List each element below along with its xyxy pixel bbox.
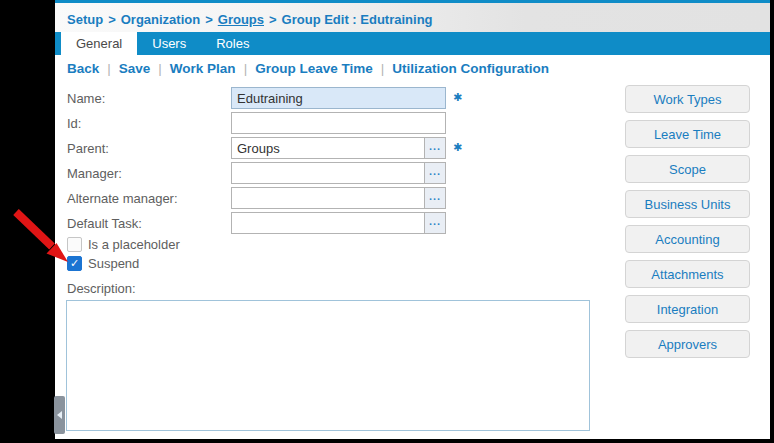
alternate-manager-label: Alternate manager: — [67, 191, 178, 206]
manager-label: Manager: — [67, 166, 122, 181]
parent-value: Groups — [232, 141, 280, 156]
is-a-placeholder-checkbox-row: Is a placeholder — [67, 237, 180, 252]
breadcrumb: Setup>Organization>Groups>Group Edit : E… — [67, 12, 433, 27]
link-separator: | — [244, 61, 248, 76]
breadcrumb-separator: > — [108, 12, 116, 27]
check-icon: ✓ — [70, 258, 79, 269]
alternate-manager-input[interactable]: ... — [231, 187, 446, 209]
work-plan-link[interactable]: Work Plan — [170, 61, 236, 76]
description-textarea[interactable] — [66, 300, 590, 431]
parent-label: Parent: — [67, 141, 109, 156]
link-separator: | — [107, 61, 111, 76]
scope-button[interactable]: Scope — [625, 155, 750, 183]
attachments-button[interactable]: Attachments — [625, 260, 750, 288]
is-a-placeholder-checkbox[interactable] — [67, 237, 82, 252]
leave-time-button[interactable]: Leave Time — [625, 120, 750, 148]
suspend-checkbox[interactable]: ✓ — [67, 256, 82, 271]
parent-lookup-button[interactable]: ... — [424, 138, 445, 158]
breadcrumb-current-page: Group Edit : Edutraining — [282, 12, 433, 27]
utilization-configuration-link[interactable]: Utilization Configuration — [392, 61, 549, 76]
link-separator: | — [158, 61, 162, 76]
breadcrumb-bar: Setup>Organization>Groups>Group Edit : E… — [55, 3, 770, 32]
approvers-button[interactable]: Approvers — [625, 330, 750, 358]
action-links: Back|Save|Work Plan|Group Leave Time|Uti… — [67, 61, 549, 76]
page-content: Setup>Organization>Groups>Group Edit : E… — [55, 0, 770, 439]
link-separator: | — [381, 61, 385, 76]
description-label: Description: — [67, 281, 136, 296]
save-link[interactable]: Save — [119, 61, 151, 76]
app-window: Setup>Organization>Groups>Group Edit : E… — [0, 0, 774, 443]
tab-roles[interactable]: Roles — [201, 32, 264, 55]
breadcrumb-separator: > — [269, 12, 277, 27]
name-value: Edutraining — [232, 91, 303, 106]
parent-input[interactable]: Groups ... — [231, 137, 446, 159]
manager-input[interactable]: ... — [231, 162, 446, 184]
chevron-left-icon — [57, 411, 62, 419]
collapse-panel-handle[interactable] — [54, 396, 65, 434]
group-leave-time-link[interactable]: Group Leave Time — [255, 61, 373, 76]
work-types-button[interactable]: Work Types — [625, 85, 750, 113]
suspend-checkbox-row: ✓ Suspend — [67, 256, 139, 271]
name-input[interactable]: Edutraining — [231, 87, 446, 109]
id-input[interactable] — [231, 112, 446, 134]
breadcrumb-organization[interactable]: Organization — [121, 12, 200, 27]
breadcrumb-separator: > — [205, 12, 213, 27]
accounting-button[interactable]: Accounting — [625, 225, 750, 253]
is-a-placeholder-label: Is a placeholder — [88, 237, 180, 252]
required-marker-icon: ✱ — [453, 141, 462, 154]
integration-button[interactable]: Integration — [625, 295, 750, 323]
default-task-lookup-button[interactable]: ... — [424, 213, 445, 233]
name-label: Name: — [67, 91, 105, 106]
alternate-manager-lookup-button[interactable]: ... — [424, 188, 445, 208]
id-label: Id: — [67, 116, 81, 131]
suspend-label: Suspend — [88, 256, 139, 271]
back-link[interactable]: Back — [67, 61, 99, 76]
default-task-label: Default Task: — [67, 216, 142, 231]
tab-general[interactable]: General — [61, 32, 137, 55]
manager-lookup-button[interactable]: ... — [424, 163, 445, 183]
tab-users[interactable]: Users — [137, 32, 201, 55]
breadcrumb-setup[interactable]: Setup — [67, 12, 103, 27]
business-units-button[interactable]: Business Units — [625, 190, 750, 218]
breadcrumb-groups[interactable]: Groups — [218, 12, 264, 27]
required-marker-icon: ✱ — [453, 91, 462, 104]
default-task-input[interactable]: ... — [231, 212, 446, 234]
tab-bar: General Users Roles — [55, 32, 770, 55]
